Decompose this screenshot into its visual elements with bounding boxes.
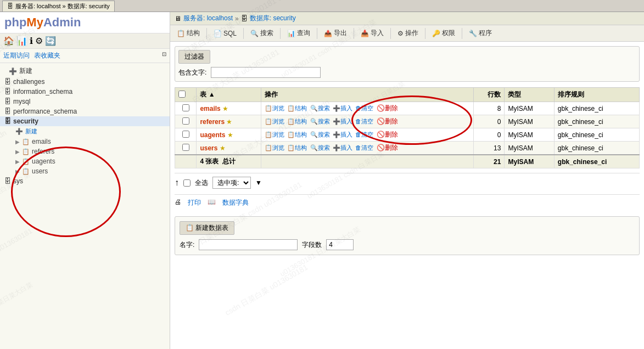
table-expand-icon-ref: ▶ bbox=[15, 149, 20, 155]
toolbar-btn-query[interactable]: 📊 查询 bbox=[283, 27, 315, 40]
db-icon-security: 🗄 bbox=[4, 117, 11, 125]
structure-link-users[interactable]: 📋结构 bbox=[287, 144, 307, 151]
print-link[interactable]: 打印 bbox=[188, 198, 201, 207]
select-all-checkbox[interactable] bbox=[178, 91, 186, 98]
delete-icon-emails[interactable]: 🚫删除 bbox=[377, 104, 398, 112]
name-label: 名字: bbox=[180, 240, 194, 250]
new-table-icon: 📋 bbox=[186, 224, 194, 232]
search-link-referers[interactable]: 🔍搜索 bbox=[310, 118, 330, 125]
delete-icon-users[interactable]: 🚫删除 bbox=[377, 144, 398, 151]
col-header-operations: 操作 bbox=[261, 88, 474, 102]
field-count-input[interactable] bbox=[326, 239, 354, 250]
logo-my: My bbox=[26, 15, 43, 29]
toolbar-sep-1 bbox=[206, 28, 207, 39]
footer-select-all-checkbox[interactable] bbox=[183, 179, 191, 187]
empty-link-users[interactable]: 🗑清空 bbox=[355, 144, 373, 151]
browse-link-uagents[interactable]: 📋浏览 bbox=[265, 131, 284, 138]
structure-link-emails[interactable]: 📋结构 bbox=[287, 105, 307, 111]
row-checkbox-referers[interactable] bbox=[182, 117, 189, 125]
favorite-icon-emails[interactable]: ★ bbox=[222, 105, 228, 112]
toolbar-btn-export[interactable]: 📤 导出 bbox=[320, 27, 351, 40]
toolbar-sep-3 bbox=[280, 28, 281, 39]
sidebar-toggle[interactable]: ⊡ bbox=[162, 51, 166, 60]
toolbar-btn-operations[interactable]: ⚙ 操作 bbox=[393, 27, 423, 40]
server-icon: 🖥 bbox=[175, 15, 181, 22]
insert-link-referers[interactable]: ➕插入 bbox=[333, 118, 352, 125]
empty-link-uagents[interactable]: 🗑清空 bbox=[355, 131, 373, 138]
insert-link-emails[interactable]: ➕插入 bbox=[333, 105, 352, 111]
filter-input[interactable] bbox=[211, 67, 321, 78]
browse-link-referers[interactable]: 📋浏览 bbox=[265, 118, 284, 125]
recent-visits-link[interactable]: 近期访问 bbox=[3, 51, 30, 60]
empty-link-referers[interactable]: 🗑清空 bbox=[355, 118, 373, 125]
search-link-users[interactable]: 🔍搜索 bbox=[310, 144, 330, 151]
insert-link-uagents[interactable]: ➕插入 bbox=[333, 131, 352, 138]
search-link-uagents[interactable]: 🔍搜索 bbox=[310, 131, 330, 138]
toolbar-btn-routines[interactable]: 🔧 程序 bbox=[464, 27, 496, 40]
browser-tab[interactable]: 🗄 服务器: localhost » 数据库: security bbox=[2, 1, 115, 12]
sidebar-item-uagents[interactable]: ▶ 📋 uagents bbox=[0, 156, 170, 166]
with-selected-dropdown[interactable]: 选中项: bbox=[212, 177, 251, 189]
sidebar-item-referers[interactable]: ▶ 📋 referers bbox=[0, 147, 170, 156]
filter-button[interactable]: 过滤器 bbox=[178, 50, 210, 64]
sidebar-item-security[interactable]: 🗄 security bbox=[0, 116, 170, 126]
favorite-icon-users[interactable]: ★ bbox=[220, 144, 226, 152]
rows-cell-users: 13 bbox=[474, 142, 505, 155]
toolbar-btn-sql[interactable]: 📄 SQL bbox=[209, 28, 241, 39]
info-icon[interactable]: ℹ bbox=[30, 36, 33, 46]
table-name-link-users[interactable]: users bbox=[200, 144, 217, 152]
sidebar-item-users[interactable]: ▶ 📋 users bbox=[0, 166, 170, 176]
database-icon[interactable]: 📊 bbox=[16, 36, 27, 46]
tree-new-top[interactable]: ➕ 新建 bbox=[0, 65, 170, 77]
browse-link-emails[interactable]: 📋浏览 bbox=[265, 105, 284, 111]
toolbar-btn-import[interactable]: 📥 导入 bbox=[356, 27, 388, 40]
breadcrumb-server[interactable]: 服务器: localhost bbox=[183, 14, 233, 23]
settings-icon[interactable]: ⚙ bbox=[35, 36, 43, 46]
type-cell-emails: MyISAM bbox=[505, 102, 554, 115]
structure-link-referers[interactable]: 📋结构 bbox=[287, 118, 307, 125]
toolbar-btn-privileges[interactable]: 🔑 权限 bbox=[428, 27, 460, 40]
sidebar-item-challenges[interactable]: 🗄 challenges bbox=[0, 77, 170, 87]
table-name-link-referers[interactable]: referers bbox=[200, 118, 225, 126]
sidebar-item-security-new[interactable]: ➕ 新建 bbox=[0, 126, 170, 137]
dictionary-link[interactable]: 数据字典 bbox=[222, 198, 249, 207]
delete-icon-referers[interactable]: 🚫删除 bbox=[377, 117, 398, 125]
structure-link-uagents[interactable]: 📋结构 bbox=[287, 131, 307, 138]
sidebar-item-emails[interactable]: ▶ 📋 emails bbox=[0, 137, 170, 147]
favorites-link[interactable]: 表收藏夹 bbox=[34, 51, 60, 60]
favorite-icon-uagents[interactable]: ★ bbox=[227, 131, 233, 139]
print-icon: 🖨 bbox=[175, 198, 181, 207]
empty-link-emails[interactable]: 🗑清空 bbox=[355, 105, 373, 111]
favorite-icon-referers[interactable]: ★ bbox=[226, 118, 232, 126]
delete-icon-uagents[interactable]: 🚫删除 bbox=[377, 131, 398, 138]
breadcrumb-database[interactable]: 数据库: security bbox=[250, 14, 296, 23]
sidebar-item-mysql[interactable]: 🗄 mysql bbox=[0, 97, 170, 106]
sort-icon[interactable]: ▲ bbox=[209, 91, 215, 98]
row-checkbox-users[interactable] bbox=[182, 144, 189, 151]
exit-icon[interactable]: 🔄 bbox=[45, 36, 56, 46]
new-table-button[interactable]: 📋 新建数据表 bbox=[180, 221, 234, 235]
db-icon-sys: 🗄 bbox=[4, 177, 11, 185]
search-link-emails[interactable]: 🔍搜索 bbox=[310, 105, 330, 111]
query-icon: 📊 bbox=[287, 30, 295, 37]
utility-links: 🖨 打印 📖 数据字典 bbox=[175, 194, 640, 211]
table-row: emails ★ 📋浏览 📋结构 🔍搜索 ➕插入 🗑清空 🚫删除 8 MyISA… bbox=[175, 102, 640, 115]
table-expand-icon-ua: ▶ bbox=[15, 159, 20, 165]
toolbar-sep-7 bbox=[425, 28, 425, 39]
toolbar-btn-structure[interactable]: 📋 结构 bbox=[172, 27, 204, 40]
sidebar-item-performance-schema[interactable]: 🗄 performance_schema bbox=[0, 106, 170, 116]
insert-link-users[interactable]: ➕插入 bbox=[333, 144, 352, 151]
table-name-link-emails[interactable]: emails bbox=[200, 105, 220, 112]
sql-icon: 📄 bbox=[214, 30, 222, 37]
sidebar-item-information-schema[interactable]: 🗄 information_schema bbox=[0, 87, 170, 97]
row-checkbox-emails[interactable] bbox=[182, 104, 189, 111]
new-table-name-input[interactable] bbox=[199, 239, 298, 250]
sidebar-item-sys[interactable]: 🗄 sys bbox=[0, 176, 170, 186]
table-name-link-uagents[interactable]: uagents bbox=[200, 131, 225, 139]
toolbar-btn-search[interactable]: 🔍 搜索 bbox=[246, 27, 278, 40]
browse-link-users[interactable]: 📋浏览 bbox=[265, 144, 284, 151]
col-header-check bbox=[175, 88, 197, 102]
structure-icon: 📋 bbox=[177, 30, 185, 37]
row-checkbox-uagents[interactable] bbox=[182, 131, 189, 138]
home-icon[interactable]: 🏠 bbox=[3, 36, 14, 46]
